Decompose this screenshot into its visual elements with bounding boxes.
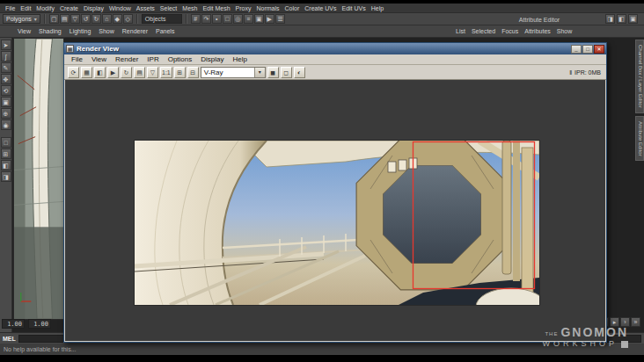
render-view-menu-item[interactable]: IPR xyxy=(143,55,163,63)
render-settings-icon[interactable]: ☰ xyxy=(275,14,285,24)
exposure-icon[interactable]: ◐ xyxy=(294,67,305,78)
select-hierarchy-icon[interactable]: ⌂ xyxy=(102,14,112,24)
attribute-editor-menu-item[interactable]: Attributes xyxy=(524,28,551,34)
render-view-menu-item[interactable]: Render xyxy=(111,55,143,63)
maya-menu-item[interactable]: Proxy xyxy=(233,5,254,11)
construction-history-icon[interactable]: ≡ xyxy=(244,14,253,24)
move-tool-icon[interactable]: ✥ xyxy=(1,74,11,84)
select-object-icon[interactable]: ◆ xyxy=(113,14,122,24)
render-view-menu-item[interactable]: Options xyxy=(164,55,197,63)
letterbox-bottom xyxy=(0,355,644,362)
ipr-render-icon[interactable]: ▶ xyxy=(107,67,119,78)
ipr-memory-label: IPR: 0MB xyxy=(574,69,601,76)
rendered-image[interactable] xyxy=(135,141,539,305)
maya-menu-item[interactable]: Normals xyxy=(253,5,282,11)
open-scene-icon[interactable]: ▤ xyxy=(60,14,70,24)
attribute-editor-menu-item[interactable]: Selected xyxy=(472,28,495,34)
display-alpha-channel-icon[interactable]: ◻ xyxy=(281,67,292,78)
ipr-render-icon[interactable]: ▶ xyxy=(265,14,274,24)
render-view-menu-bar: FileViewRenderIPROptionsDisplayHelp xyxy=(64,54,606,65)
panel-menu-item[interactable]: Renderer xyxy=(119,28,151,34)
range-end-field[interactable]: 1.00 xyxy=(28,319,51,329)
maya-menu-item[interactable]: Create UVs xyxy=(302,5,339,11)
keep-image-icon[interactable]: ⊞ xyxy=(174,67,186,78)
render-view-menu-item[interactable]: View xyxy=(87,55,111,63)
universal-manipulator-icon[interactable]: ⊕ xyxy=(1,108,11,119)
maya-menu-item[interactable]: Assets xyxy=(134,5,157,11)
maya-menu-item[interactable]: File xyxy=(3,5,18,11)
toggle-channel-box-icon[interactable]: ▣ xyxy=(628,14,638,24)
undo-icon[interactable]: ↺ xyxy=(81,14,91,24)
render-view-menu-item[interactable]: Help xyxy=(229,55,252,63)
paint-select-tool-icon[interactable]: ✎ xyxy=(1,62,11,73)
range-start-field[interactable]: 1.00 xyxy=(2,319,25,329)
render-view-menu-item[interactable]: Display xyxy=(196,55,228,63)
redo-previous-render-icon[interactable]: ⟳ xyxy=(68,67,79,78)
toggle-attribute-editor-icon[interactable]: ◨ xyxy=(605,14,615,24)
attribute-editor-menu-item[interactable]: Focus xyxy=(501,28,518,34)
select-tool-icon[interactable]: ➤ xyxy=(1,40,11,50)
render-current-frame-icon[interactable]: ▣ xyxy=(254,14,264,24)
snapshot-icon[interactable]: ◧ xyxy=(94,67,106,78)
pause-ipr-icon[interactable]: ‖ xyxy=(569,69,572,76)
tab-attribute-editor[interactable]: Attribute Editor xyxy=(635,116,644,162)
scale-tool-icon[interactable]: ▣ xyxy=(1,97,11,107)
panel-menu-item[interactable]: Show xyxy=(95,28,118,34)
render-view-canvas[interactable] xyxy=(65,80,605,341)
snap-to-grid-icon[interactable]: # xyxy=(191,14,201,24)
command-line-language-label[interactable]: MEL xyxy=(3,336,16,342)
maya-menu-item[interactable]: Color xyxy=(282,5,303,11)
minimize-button[interactable]: _ xyxy=(571,45,582,54)
open-image-icon[interactable]: ▤ xyxy=(134,67,145,78)
maya-menu-item[interactable]: Mesh xyxy=(179,5,200,11)
maximize-button[interactable]: □ xyxy=(582,45,593,54)
persp-outliner-layout-icon[interactable]: ◧ xyxy=(1,160,11,170)
redo-icon[interactable]: ↻ xyxy=(91,14,101,24)
selection-mask-field[interactable]: Objects xyxy=(142,14,182,24)
maya-menu-item[interactable]: Create xyxy=(57,5,81,11)
maya-menu-item[interactable]: Edit Mesh xyxy=(200,5,232,11)
maya-menu-item[interactable]: Select xyxy=(157,5,179,11)
four-pane-layout-icon[interactable]: ⊞ xyxy=(1,148,11,159)
attribute-editor-menu-item[interactable]: List xyxy=(456,28,465,34)
redo-region-render-icon[interactable]: ▦ xyxy=(81,67,92,78)
go-to-end-button[interactable]: » xyxy=(631,317,640,327)
one-to-one-icon[interactable]: 1:1 xyxy=(160,67,172,78)
menu-set-dropdown[interactable]: Polygons ▾ xyxy=(3,14,40,24)
maya-menu-item[interactable]: Modify xyxy=(33,5,57,11)
attribute-editor-menu-item[interactable]: Show xyxy=(557,28,573,34)
panel-menu-item[interactable]: View xyxy=(14,28,34,34)
perspective-viewport[interactable] xyxy=(13,38,64,320)
maya-menu-item[interactable]: Window xyxy=(106,5,134,11)
lasso-tool-icon[interactable]: ʃ xyxy=(1,51,11,62)
render-view-titlebar[interactable]: ▦ Render View _□✕ xyxy=(64,43,606,54)
tab-channel-box-layer-editor[interactable]: Channel Box / Layer Editor xyxy=(635,40,644,113)
snap-to-plane-icon[interactable]: □ xyxy=(223,14,232,24)
save-image-icon[interactable]: ▽ xyxy=(147,67,158,78)
remove-image-icon[interactable]: ⊟ xyxy=(187,67,199,78)
render-view-menu-item[interactable]: File xyxy=(67,55,87,63)
snap-to-point-icon[interactable]: • xyxy=(212,14,222,24)
display-rgb-channels-icon[interactable]: ◼ xyxy=(267,67,279,78)
maya-menu-item[interactable]: Display xyxy=(81,5,106,11)
refresh-ipr-icon[interactable]: ↻ xyxy=(121,67,132,78)
maya-menu-item[interactable]: Help xyxy=(369,5,386,11)
panel-menu-item[interactable]: Panels xyxy=(152,28,178,34)
renderer-dropdown[interactable]: V-Ray ▾ xyxy=(201,67,266,78)
maya-menu-item[interactable]: Edit UVs xyxy=(339,5,368,11)
toggle-tool-settings-icon[interactable]: ◧ xyxy=(617,14,626,24)
snap-to-curve-icon[interactable]: ↷ xyxy=(201,14,211,24)
single-pane-layout-icon[interactable]: □ xyxy=(1,137,11,148)
panel-menu-item[interactable]: Shading xyxy=(35,28,65,34)
soft-mod-tool-icon[interactable]: ◉ xyxy=(1,119,11,130)
save-scene-icon[interactable]: ▽ xyxy=(70,14,80,24)
new-scene-icon[interactable]: ▢ xyxy=(49,14,59,24)
panel-menu-item[interactable]: Lighting xyxy=(66,28,95,34)
select-component-icon[interactable]: ◇ xyxy=(123,14,133,24)
make-live-icon[interactable]: ◎ xyxy=(233,14,243,24)
hypershade-persp-layout-icon[interactable]: ◨ xyxy=(1,171,11,182)
status-separator xyxy=(136,14,138,24)
maya-menu-item[interactable]: Edit xyxy=(18,5,33,11)
rotate-tool-icon[interactable]: ⟲ xyxy=(1,85,11,96)
close-button[interactable]: ✕ xyxy=(594,45,604,54)
